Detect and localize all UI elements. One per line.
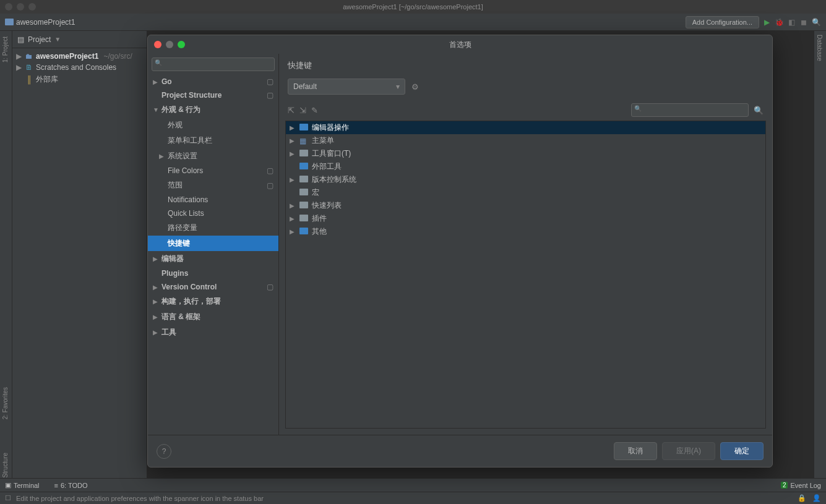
zoom-dot[interactable] — [28, 3, 36, 11]
folder-icon — [299, 150, 308, 156]
dialog-traffic-lights[interactable] — [154, 41, 185, 48]
dropdown-icon[interactable]: ▼ — [54, 36, 61, 43]
settings-search-input[interactable] — [152, 58, 275, 71]
lock-icon[interactable]: 🔒 — [798, 494, 806, 502]
settings-node-quick-lists[interactable]: Quick Lists — [148, 207, 278, 220]
project-level-icon: ▢ — [267, 77, 273, 86]
settings-node-system-settings[interactable]: ▶系统设置 — [148, 148, 278, 164]
settings-node-notifications[interactable]: Notifications — [148, 193, 278, 207]
debug-icon[interactable]: 🐞 — [774, 17, 784, 27]
settings-node-menus-toolbars[interactable]: 菜单和工具栏 — [148, 133, 278, 148]
keymap-quick-lists[interactable]: ▶快速列表 — [286, 199, 765, 212]
cancel-button[interactable]: 取消 — [614, 442, 657, 460]
dialog-title-text: 首选项 — [449, 40, 471, 50]
coverage-icon[interactable]: ◧ — [786, 17, 796, 27]
status-hint: Edit the project and application prefere… — [16, 495, 264, 502]
keymap-tool-windows[interactable]: ▶工具窗口(T) — [286, 147, 765, 160]
tree-external-libs-node[interactable]: ║ 外部库 — [12, 73, 147, 86]
tree-scratches-node[interactable]: ▶ 🗎 Scratches and Consoles — [12, 62, 147, 73]
library-icon: ║ — [25, 75, 33, 84]
event-log-button[interactable]: Event Log — [790, 482, 821, 489]
project-header-label[interactable]: Project — [28, 35, 51, 44]
tree-root-label: awesomeProject1 — [36, 52, 98, 61]
settings-node-go[interactable]: ▶Go▢ — [148, 75, 278, 88]
keymap-other[interactable]: ▶其他 — [286, 225, 765, 238]
folder-icon — [5, 19, 14, 25]
right-tool-strip: Database — [814, 31, 826, 478]
project-panel-icon: ▤ — [17, 35, 24, 44]
settings-node-languages[interactable]: ▶语言 & 框架 — [148, 309, 278, 325]
tree-root-path: ~/go/src/ — [103, 52, 132, 61]
stop-icon[interactable]: ◼ — [799, 17, 809, 27]
keymap-vcs[interactable]: ▶版本控制系统 — [286, 173, 765, 186]
preferences-dialog: 首选项 ▶Go▢ Project Structure▢ ▼外观 & 行为 外观 … — [147, 35, 773, 468]
keymap-search-input[interactable] — [631, 103, 749, 117]
project-tool-button[interactable]: 1: Project — [0, 33, 11, 66]
minimize-icon — [166, 41, 173, 48]
apply-button[interactable]: 应用(A) — [662, 442, 715, 460]
zoom-icon[interactable] — [178, 41, 185, 48]
keymap-main-menu[interactable]: ▶▦主菜单 — [286, 134, 765, 147]
navigation-bar: awesomeProject1 Add Configuration... ▶ 🐞… — [0, 14, 826, 31]
ok-button[interactable]: 确定 — [720, 442, 764, 460]
close-icon[interactable] — [154, 41, 161, 48]
settings-node-tools[interactable]: ▶工具 — [148, 325, 278, 340]
settings-node-keymap[interactable]: 快捷键 — [148, 236, 278, 251]
settings-node-project-structure[interactable]: Project Structure▢ — [148, 88, 278, 102]
expand-all-icon[interactable]: ⇱ — [288, 106, 295, 115]
gear-icon[interactable]: ⚙ — [411, 82, 419, 92]
folder-icon — [299, 124, 308, 130]
run-icon[interactable]: ▶ — [762, 17, 772, 27]
settings-node-version-control[interactable]: ▶Version Control▢ — [148, 280, 278, 294]
todo-button[interactable]: ≡6: TODO — [54, 482, 88, 489]
dropdown-icon: ▾ — [396, 82, 400, 91]
left-tool-strip: 1: Project 2: Favorites 7: Structure — [0, 31, 12, 490]
keymap-plugins[interactable]: ▶插件 — [286, 212, 765, 225]
keymap-external-tools[interactable]: 外部工具 — [286, 160, 765, 173]
folder-icon — [299, 202, 308, 208]
add-configuration-button[interactable]: Add Configuration... — [686, 16, 759, 28]
minimize-dot[interactable] — [17, 3, 24, 11]
folder-icon — [299, 228, 308, 234]
find-by-shortcut-icon[interactable]: 🔍 — [754, 106, 764, 115]
keymap-macros[interactable]: 宏 — [286, 186, 765, 199]
bottom-tool-bar: ▣Terminal ≡6: TODO 2 Event Log — [0, 478, 826, 492]
settings-tree[interactable]: ▶Go▢ Project Structure▢ ▼外观 & 行为 外观 菜单和工… — [148, 75, 278, 435]
inspection-icon[interactable]: 👤 — [812, 494, 821, 502]
dialog-footer: ? 取消 应用(A) 确定 — [148, 435, 772, 467]
keymap-scheme-select[interactable]: Default ▾ — [288, 79, 405, 95]
settings-content-panel: 快捷键 Default ▾ ⚙ ⇱ ⇲ ✎ 🔍 ▶编辑器操作 ▶▦主菜单 ▶工具… — [279, 54, 772, 435]
settings-node-editor[interactable]: ▶编辑器 — [148, 251, 278, 267]
window-traffic-lights[interactable] — [5, 3, 36, 11]
project-level-icon: ▢ — [267, 166, 273, 175]
settings-node-plugins[interactable]: Plugins — [148, 267, 278, 280]
terminal-button[interactable]: ▣Terminal — [5, 481, 40, 489]
tree-external-libs-label: 外部库 — [36, 74, 58, 85]
project-level-icon: ▢ — [267, 91, 273, 100]
menu-icon: ▦ — [299, 137, 308, 145]
breadcrumb-project[interactable]: awesomeProject1 — [16, 18, 75, 27]
favorites-tool-button[interactable]: 2: Favorites — [0, 384, 11, 422]
quick-nav-icon[interactable]: ☐ — [5, 494, 11, 502]
settings-node-path-variables[interactable]: 路径变量 — [148, 220, 278, 236]
settings-node-file-colors[interactable]: File Colors▢ — [148, 164, 278, 177]
settings-breadcrumb: 快捷键 — [279, 54, 772, 74]
help-button[interactable]: ? — [157, 444, 171, 459]
search-everywhere-icon[interactable]: 🔍 — [811, 17, 821, 27]
collapse-all-icon[interactable]: ⇲ — [299, 106, 306, 115]
settings-node-appearance-behavior[interactable]: ▼外观 & 行为 — [148, 102, 278, 117]
database-tool-button[interactable]: Database — [814, 31, 825, 65]
settings-sidebar: ▶Go▢ Project Structure▢ ▼外观 & 行为 外观 菜单和工… — [148, 54, 279, 435]
scratches-icon: 🗎 — [25, 63, 33, 72]
folder-icon — [299, 163, 308, 169]
keymap-editor-actions[interactable]: ▶编辑器操作 — [286, 121, 765, 134]
close-dot[interactable] — [5, 3, 12, 11]
settings-node-scopes[interactable]: 范围▢ — [148, 177, 278, 193]
settings-node-appearance[interactable]: 外观 — [148, 117, 278, 133]
edit-icon[interactable]: ✎ — [311, 106, 318, 115]
tree-root-node[interactable]: ▶ 🖿 awesomeProject1 ~/go/src/ — [12, 51, 147, 62]
settings-node-build[interactable]: ▶构建，执行，部署 — [148, 294, 278, 309]
keymap-tree[interactable]: ▶编辑器操作 ▶▦主菜单 ▶工具窗口(T) 外部工具 ▶版本控制系统 宏 ▶快速… — [285, 121, 766, 429]
project-tree[interactable]: ▶ 🖿 awesomeProject1 ~/go/src/ ▶ 🗎 Scratc… — [12, 48, 147, 88]
status-bar: ☐ Edit the project and application prefe… — [0, 492, 826, 504]
